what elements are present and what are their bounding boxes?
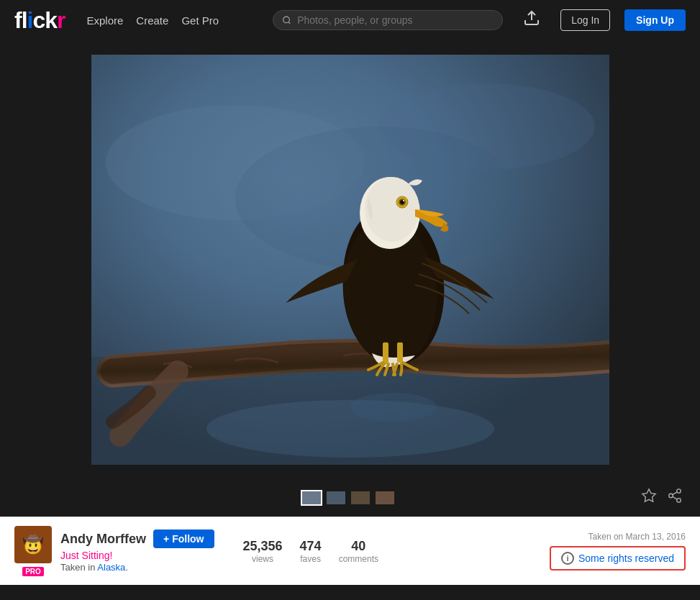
comments-value: 40 bbox=[351, 539, 365, 554]
avatar-image: 🤠 bbox=[14, 526, 52, 563]
user-info: Andy Morffew + Follow Just Sitting! Take… bbox=[60, 529, 214, 573]
svg-point-23 bbox=[669, 494, 673, 498]
login-button[interactable]: Log In bbox=[560, 9, 610, 31]
user-section: 🤠 PRO Andy Morffew + Follow Just Sitting… bbox=[14, 526, 214, 576]
info-icon: i bbox=[561, 552, 574, 565]
header: flickr Explore Create Get Pro Log In Sig… bbox=[0, 0, 700, 40]
svg-point-20 bbox=[350, 393, 437, 422]
svg-point-22 bbox=[677, 489, 681, 494]
thumbnail-2[interactable] bbox=[325, 490, 347, 506]
share-button[interactable] bbox=[664, 485, 686, 511]
follow-plus-icon: + bbox=[163, 533, 169, 545]
photo-action-buttons bbox=[638, 485, 686, 511]
share-icon bbox=[667, 488, 683, 504]
info-bar: 🤠 PRO Andy Morffew + Follow Just Sitting… bbox=[0, 517, 700, 585]
views-value: 25,356 bbox=[243, 539, 283, 554]
license-section: Taken on March 13, 2016 i Some rights re… bbox=[550, 532, 686, 571]
strip-and-actions bbox=[0, 479, 700, 517]
photo-eagle bbox=[91, 55, 609, 465]
thumbnail-1[interactable] bbox=[301, 490, 322, 506]
license-badge[interactable]: i Some rights reserved bbox=[550, 546, 686, 571]
thumbnail-strip bbox=[58, 490, 638, 506]
search-icon bbox=[282, 15, 291, 25]
avatar[interactable]: 🤠 bbox=[14, 526, 52, 563]
comments-label: comments bbox=[339, 554, 378, 564]
svg-point-8 bbox=[206, 400, 494, 458]
stat-views: 25,356 views bbox=[243, 539, 283, 564]
photo-title: Just Sitting! bbox=[60, 550, 214, 561]
photo-container bbox=[0, 40, 700, 479]
svg-rect-11 bbox=[383, 342, 388, 364]
star-icon bbox=[641, 488, 657, 504]
signup-button[interactable]: Sign Up bbox=[624, 9, 686, 31]
svg-line-25 bbox=[673, 496, 677, 499]
svg-point-14 bbox=[365, 177, 419, 242]
stat-comments: 40 comments bbox=[339, 539, 378, 564]
stat-faves: 474 faves bbox=[300, 539, 322, 564]
license-text: Some rights reserved bbox=[578, 553, 674, 564]
thumbnail-3[interactable] bbox=[350, 490, 371, 506]
search-input[interactable] bbox=[297, 14, 494, 26]
pro-badge: PRO bbox=[22, 567, 44, 576]
svg-marker-21 bbox=[642, 489, 655, 501]
taken-on: Taken on March 13, 2016 bbox=[588, 532, 686, 542]
favorite-button[interactable] bbox=[638, 485, 660, 511]
nav-get-pro[interactable]: Get Pro bbox=[181, 14, 219, 27]
thumbnail-4[interactable] bbox=[374, 490, 396, 506]
main-nav: Explore Create Get Pro bbox=[86, 14, 219, 27]
views-label: views bbox=[252, 554, 273, 564]
search-bar bbox=[273, 10, 503, 30]
svg-rect-12 bbox=[397, 342, 403, 363]
faves-label: faves bbox=[300, 554, 321, 564]
faves-value: 474 bbox=[300, 539, 322, 554]
photo-wrapper bbox=[91, 55, 609, 465]
photo-location: Taken in Alaska. bbox=[60, 562, 214, 573]
follow-label: Follow bbox=[172, 533, 204, 545]
svg-point-18 bbox=[403, 200, 404, 201]
svg-line-26 bbox=[673, 492, 677, 495]
svg-line-1 bbox=[288, 22, 290, 24]
username: Andy Morffew bbox=[60, 532, 146, 547]
nav-create[interactable]: Create bbox=[136, 14, 168, 27]
location-link[interactable]: Alaska bbox=[97, 562, 125, 573]
nav-explore[interactable]: Explore bbox=[86, 14, 123, 27]
stats-section: 25,356 views 474 faves 40 comments bbox=[243, 539, 378, 564]
username-row: Andy Morffew + Follow bbox=[60, 529, 214, 548]
follow-button[interactable]: + Follow bbox=[153, 529, 214, 548]
upload-icon bbox=[523, 9, 540, 27]
svg-point-24 bbox=[677, 499, 681, 503]
upload-button[interactable] bbox=[517, 6, 546, 34]
flickr-logo: flickr bbox=[14, 7, 65, 34]
svg-point-0 bbox=[283, 17, 290, 23]
